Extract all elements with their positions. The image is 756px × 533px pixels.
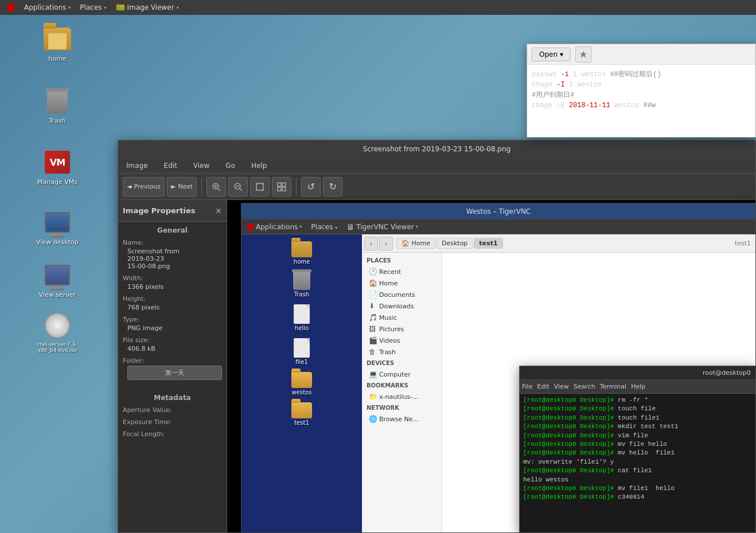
zoom-out-button[interactable]	[228, 177, 248, 197]
iv-menu-go[interactable]: Go	[222, 160, 239, 171]
props-name-value: Screenshot from 2019-03-23 15-00-08.png	[123, 248, 222, 270]
vnc-places-menu[interactable]: Places ▾	[307, 222, 341, 232]
vnc-test1-label: test1	[294, 420, 309, 426]
fm-sidebar-pictures[interactable]: 🖼 Pictures	[362, 323, 442, 335]
fm-sidebar-music[interactable]: 🎵 Music	[362, 312, 442, 323]
view-server-label: View server	[39, 291, 76, 299]
term-line-8: mv: overwrite 'file1'? y	[523, 458, 752, 467]
props-filesize-value: 406.8 kB	[123, 345, 222, 352]
applications-menu[interactable]: Applications ▾	[20, 2, 75, 13]
desktop-icon-manage-vms[interactable]: VM Manage VMs	[32, 146, 83, 188]
rotate-right-button[interactable]: ↻	[323, 177, 342, 197]
fm-sidebar-videos[interactable]: 🎬 Videos	[362, 335, 442, 346]
zoom-fit-button[interactable]	[250, 177, 270, 197]
fm-back-button[interactable]: ‹	[364, 237, 378, 250]
image-viewer-menu[interactable]: Image Viewer ▾	[111, 2, 184, 13]
vnc-icon-test1[interactable]: test1	[279, 400, 325, 428]
term-edit-menu[interactable]: Edit	[537, 383, 549, 390]
vnc-icon-file1[interactable]: file1	[279, 336, 325, 367]
pictures-icon: 🖼	[369, 325, 377, 333]
iv-menu-help[interactable]: Help	[248, 160, 270, 171]
vnc-test1-icon	[291, 402, 312, 418]
props-filesize-label: File size:	[123, 336, 222, 344]
fm-sidebar-computer[interactable]: 💻 Computer	[362, 369, 442, 380]
vnc-icon-trash[interactable]: Trash	[279, 269, 325, 300]
desktop-icon-dvd[interactable]: rhel-server-7.3-x86_64-dvd.iso	[32, 309, 83, 355]
vnc-icon-hello[interactable]: hello	[279, 302, 325, 334]
clipboard-pin-button[interactable]	[575, 46, 591, 62]
fullscreen-button[interactable]	[272, 177, 291, 197]
vnc-icon-westos[interactable]: westos	[279, 370, 325, 398]
virtualbox-icon: VM	[44, 148, 71, 176]
previous-button[interactable]: ◄ Previous	[123, 177, 165, 197]
props-height-label: Height:	[123, 295, 222, 303]
fm-sidebar-trash[interactable]: 🗑 Trash	[362, 346, 442, 358]
places-menu[interactable]: Places ▾	[75, 2, 111, 13]
fm-sidebar-browse[interactable]: 🌐 Browse Ne...	[362, 413, 442, 425]
desktop: Applications ▾ Places ▾ Image Viewer ▾ h…	[0, 0, 756, 533]
zoom-in-button[interactable]	[206, 177, 226, 197]
fm-forward-button[interactable]: ›	[379, 237, 393, 250]
image-properties-title: Image Properties	[123, 206, 195, 215]
svg-rect-16	[278, 187, 281, 191]
fm-window-title: test1	[735, 240, 753, 247]
props-width-value: 1366 pixels	[123, 283, 222, 291]
vnc-icon-home[interactable]: home	[279, 239, 325, 267]
vnc-home-folder-icon	[291, 241, 312, 257]
fm-breadcrumb-desktop[interactable]: Desktop	[437, 238, 473, 249]
term-line-12: [root@desktop0 Desktop]# c340814	[523, 493, 752, 501]
iv-menu-image[interactable]: Image	[123, 160, 151, 171]
app-menu-icon[interactable]	[2, 2, 20, 13]
applications-dropdown-arrow: ▾	[68, 5, 71, 10]
vnc-tigervnc-menu[interactable]: 🖥 TigerVNC Viewer ▾	[343, 221, 421, 233]
rotate-left-button[interactable]: ↺	[301, 177, 321, 197]
terminal-body[interactable]: [root@desktop0 Desktop]# rm -fr * [root@…	[520, 394, 755, 532]
tigervnc-menubar: Applications ▾ Places ▾ 🖥 TigerVNC Viewe…	[241, 220, 755, 234]
props-height-value: 768 pixels	[123, 304, 222, 311]
view-desktop-icon	[44, 209, 71, 236]
terminal-titlebar: root@desktop0	[520, 366, 755, 380]
desktop-icon-trash[interactable]: Trash	[32, 85, 83, 127]
term-terminal-menu[interactable]: Terminal	[600, 383, 627, 390]
fm-breadcrumb-home[interactable]: 🏠 Home	[396, 238, 435, 249]
fm-sidebar-documents[interactable]: 📄 Documents	[362, 289, 442, 300]
term-view-menu[interactable]: View	[554, 383, 569, 390]
fm-sidebar-nautilus[interactable]: 📁 x-nautilus-...	[362, 391, 442, 402]
props-close-button[interactable]: ✕	[215, 206, 222, 215]
places-dropdown-arrow: ▾	[104, 5, 106, 10]
terminal-menubar: File Edit View Search Terminal Help	[520, 380, 755, 394]
view-server-icon	[44, 261, 71, 289]
term-line-11: [root@desktop0 Desktop]# mv file1 hello	[523, 484, 752, 493]
desktop-icon-home[interactable]: home	[32, 23, 83, 65]
vnc-desktop-panel: home Trash hello file1	[241, 234, 362, 532]
desktop-icon-view-server[interactable]: View server	[32, 259, 83, 301]
vnc-file1-label: file1	[295, 359, 308, 365]
vnc-applications-menu[interactable]: Applications ▾	[244, 222, 305, 232]
term-line-9: [root@desktop0 Desktop]# cat file1	[523, 467, 752, 475]
desktop-icon-view-desktop[interactable]: View desktop	[32, 206, 83, 248]
image-viewer-titlebar: Screenshot from 2019-03-23 15-00-08.png	[118, 140, 755, 158]
clipboard-open-button[interactable]: Open ▾	[532, 48, 571, 61]
sidebar-trash-icon: 🗑	[369, 348, 377, 356]
fm-breadcrumb-test1[interactable]: test1	[474, 238, 502, 249]
props-folder-label: Folder:	[123, 357, 222, 365]
fm-sidebar-downloads[interactable]: ⬇ Downloads	[362, 300, 442, 312]
computer-icon: 💻	[369, 370, 377, 378]
clipboard-window: Open ▾ passwd -i 1 westos ##密码过期后() chag…	[527, 44, 756, 138]
fm-sidebar-recent[interactable]: 🕐 Recent	[362, 266, 442, 277]
view-desktop-label: View desktop	[36, 238, 78, 246]
term-line-7: [root@desktop0 Desktop]# mv hello file1	[523, 449, 752, 457]
dvd-label: rhel-server-7.3-x86_64-dvd.iso	[34, 342, 81, 353]
props-focal-label: Focal Length:	[123, 430, 222, 438]
props-folder-button[interactable]: 第一天	[127, 366, 222, 380]
term-search-menu[interactable]: Search	[574, 383, 595, 390]
trash-icon	[44, 87, 71, 115]
term-file-menu[interactable]: File	[522, 383, 532, 390]
documents-icon: 📄	[369, 291, 377, 299]
term-line-5: [root@desktop0 Desktop]# vim file	[523, 432, 752, 440]
fm-sidebar-home[interactable]: 🏠 Home	[362, 277, 442, 289]
term-help-menu[interactable]: Help	[631, 383, 645, 390]
next-button[interactable]: ► Next	[167, 177, 197, 197]
iv-menu-view[interactable]: View	[190, 160, 213, 171]
iv-menu-edit[interactable]: Edit	[161, 160, 181, 171]
